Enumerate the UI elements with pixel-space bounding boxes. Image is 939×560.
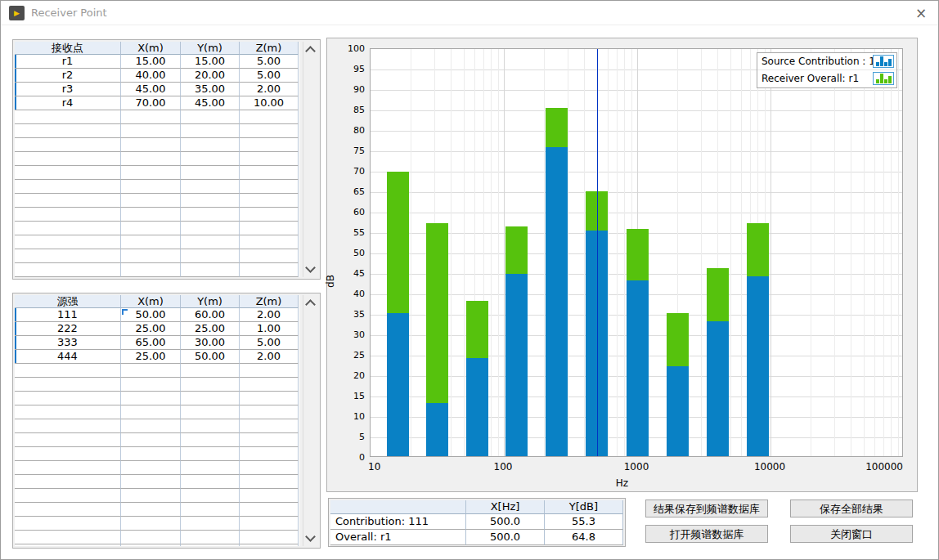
empty-table-cell[interactable]	[121, 447, 181, 461]
table-cell[interactable]: r4	[15, 96, 121, 110]
table-cell[interactable]: 333	[15, 336, 121, 350]
cursor-table-cell[interactable]: 500.0	[466, 530, 545, 545]
table-cell[interactable]: 15.00	[121, 55, 181, 69]
empty-table-cell[interactable]	[121, 249, 181, 263]
empty-table-cell[interactable]	[181, 489, 240, 503]
table-cell[interactable]: 50.00	[181, 350, 240, 364]
empty-table-cell[interactable]	[15, 461, 121, 475]
empty-table-cell[interactable]	[121, 419, 181, 433]
empty-table-cell[interactable]	[181, 208, 240, 222]
empty-table-cell[interactable]	[240, 475, 299, 489]
empty-table-cell[interactable]	[240, 531, 299, 544]
source-table-scrollbar[interactable]	[303, 295, 318, 546]
empty-table-cell[interactable]	[240, 152, 299, 166]
empty-table-cell[interactable]	[181, 503, 240, 517]
empty-table-cell[interactable]	[121, 475, 181, 489]
table-cell[interactable]: r3	[15, 83, 121, 96]
empty-table-cell[interactable]	[181, 475, 240, 489]
empty-table-cell[interactable]	[181, 110, 240, 124]
table-cell[interactable]: 20.00	[181, 69, 240, 83]
table-cell[interactable]: 1.00	[240, 322, 299, 336]
empty-table-cell[interactable]	[121, 517, 181, 531]
empty-table-cell[interactable]	[121, 489, 181, 503]
table-cell[interactable]: 25.00	[121, 322, 181, 336]
empty-table-cell[interactable]	[121, 392, 181, 405]
empty-table-cell[interactable]	[121, 152, 181, 166]
table-cell[interactable]: 111	[15, 308, 121, 322]
receiver-table-scrollbar[interactable]	[303, 42, 318, 277]
empty-table-cell[interactable]	[121, 263, 181, 277]
empty-table-cell[interactable]	[15, 138, 121, 152]
empty-table-cell[interactable]	[121, 166, 181, 180]
table-cell[interactable]: r2	[15, 69, 121, 83]
table-cell[interactable]: 70.00	[121, 96, 181, 110]
table-cell[interactable]: 40.00	[121, 69, 181, 83]
empty-table-cell[interactable]	[181, 263, 240, 277]
empty-table-cell[interactable]	[15, 517, 121, 531]
table-cell[interactable]: 222	[15, 322, 121, 336]
empty-table-cell[interactable]	[121, 461, 181, 475]
plot-area[interactable]: Source Contribution : 111 Receiver Overa…	[370, 48, 903, 457]
empty-table-cell[interactable]	[240, 249, 299, 263]
empty-table-cell[interactable]	[181, 235, 240, 249]
empty-table-cell[interactable]	[15, 110, 121, 124]
empty-table-cell[interactable]	[15, 503, 121, 517]
empty-table-cell[interactable]	[181, 194, 240, 208]
cursor-line[interactable]	[597, 49, 598, 456]
empty-table-cell[interactable]	[15, 378, 121, 392]
table-cell[interactable]: 10.00	[240, 96, 299, 110]
empty-table-cell[interactable]	[240, 208, 299, 222]
empty-table-cell[interactable]	[181, 531, 240, 544]
empty-table-cell[interactable]	[181, 222, 240, 235]
empty-table-cell[interactable]	[15, 152, 121, 166]
empty-table-cell[interactable]	[181, 364, 240, 378]
empty-table-cell[interactable]	[15, 263, 121, 277]
empty-table-cell[interactable]	[15, 433, 121, 447]
empty-table-cell[interactable]	[181, 152, 240, 166]
empty-table-cell[interactable]	[121, 531, 181, 544]
scroll-down-icon[interactable]	[305, 262, 316, 273]
empty-table-cell[interactable]	[15, 531, 121, 544]
empty-table-cell[interactable]	[181, 544, 240, 546]
cursor-table-cell[interactable]: Overall: r1	[330, 530, 466, 545]
scroll-up-icon[interactable]	[305, 299, 316, 310]
empty-table-cell[interactable]	[15, 489, 121, 503]
table-cell[interactable]: 60.00	[181, 308, 240, 322]
empty-table-cell[interactable]	[240, 392, 299, 405]
table-cell[interactable]: 5.00	[240, 55, 299, 69]
empty-table-cell[interactable]	[15, 166, 121, 180]
empty-table-cell[interactable]	[240, 138, 299, 152]
empty-table-cell[interactable]	[15, 392, 121, 405]
empty-table-cell[interactable]	[181, 166, 240, 180]
table-cell[interactable]: 2.00	[240, 83, 299, 96]
table-cell[interactable]: 35.00	[181, 83, 240, 96]
save-result-to-spectrum-db-button[interactable]: 结果保存到频谱数据库	[645, 500, 768, 517]
empty-table-cell[interactable]	[15, 249, 121, 263]
cursor-table-cell[interactable]: 64.8	[545, 530, 623, 545]
empty-table-cell[interactable]	[121, 405, 181, 419]
open-spectrum-db-button[interactable]: 打开频谱数据库	[645, 525, 768, 543]
empty-table-cell[interactable]	[121, 503, 181, 517]
table-cell[interactable]: 5.00	[240, 336, 299, 350]
empty-table-cell[interactable]	[240, 364, 299, 378]
empty-table-cell[interactable]	[240, 180, 299, 194]
empty-table-cell[interactable]	[240, 235, 299, 249]
empty-table-cell[interactable]	[121, 138, 181, 152]
empty-table-cell[interactable]	[240, 447, 299, 461]
empty-table-cell[interactable]	[121, 222, 181, 235]
close-icon[interactable]: ×	[912, 4, 930, 22]
table-cell[interactable]: 45.00	[181, 96, 240, 110]
empty-table-cell[interactable]	[121, 180, 181, 194]
close-window-button[interactable]: 关闭窗口	[790, 525, 913, 543]
empty-table-cell[interactable]	[240, 544, 299, 546]
empty-table-cell[interactable]	[240, 517, 299, 531]
empty-table-cell[interactable]	[121, 433, 181, 447]
scroll-down-icon[interactable]	[305, 531, 316, 542]
empty-table-cell[interactable]	[181, 392, 240, 405]
empty-table-cell[interactable]	[181, 124, 240, 138]
empty-table-cell[interactable]	[15, 475, 121, 489]
save-all-results-button[interactable]: 保存全部结果	[790, 500, 913, 517]
empty-table-cell[interactable]	[121, 124, 181, 138]
empty-table-cell[interactable]	[181, 447, 240, 461]
empty-table-cell[interactable]	[121, 194, 181, 208]
